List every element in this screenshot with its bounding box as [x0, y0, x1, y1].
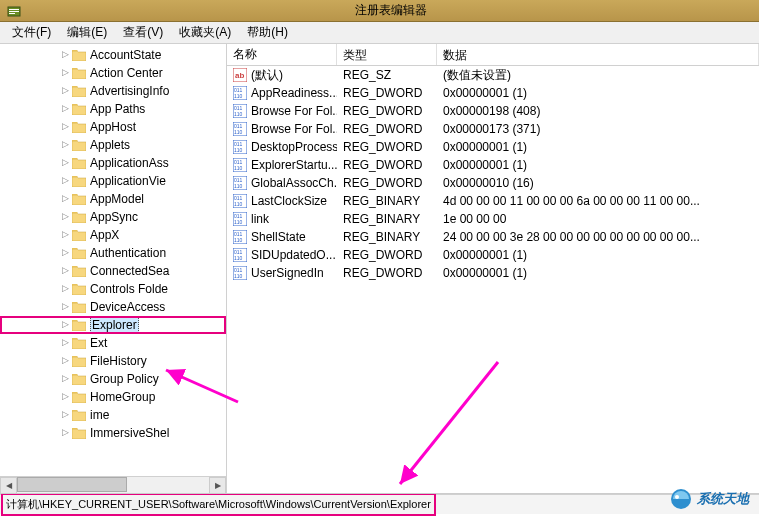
expander-icon[interactable]: ▷ — [60, 176, 70, 186]
svg-text:ab: ab — [235, 71, 244, 80]
folder-icon — [72, 193, 86, 205]
tree-item-connectedsea[interactable]: ▷ConnectedSea — [0, 262, 226, 280]
folder-icon — [72, 409, 86, 421]
tree-item-label: AdvertisingInfo — [90, 84, 169, 98]
folder-icon — [72, 175, 86, 187]
folder-icon — [72, 67, 86, 79]
tree-item-label: ime — [90, 408, 109, 422]
list-body[interactable]: ab(默认)REG_SZ(数值未设置)011110AppReadiness...… — [227, 66, 759, 493]
menu-file[interactable]: 文件(F) — [4, 22, 59, 43]
tree-item-action-center[interactable]: ▷Action Center — [0, 64, 226, 82]
expander-icon[interactable]: ▷ — [60, 428, 70, 438]
tree-item-applicationass[interactable]: ▷ApplicationAss — [0, 154, 226, 172]
watermark-text: 系统天地 — [697, 490, 749, 508]
expander-icon[interactable]: ▷ — [60, 86, 70, 96]
hscroll-thumb[interactable] — [17, 477, 127, 492]
binary-value-icon: 011110 — [233, 140, 247, 154]
hscroll-left-button[interactable]: ◀ — [0, 477, 17, 494]
tree-item-deviceaccess[interactable]: ▷DeviceAccess — [0, 298, 226, 316]
expander-icon[interactable]: ▷ — [60, 302, 70, 312]
expander-icon[interactable]: ▷ — [60, 248, 70, 258]
expander-icon[interactable]: ▷ — [60, 68, 70, 78]
menu-view[interactable]: 查看(V) — [115, 22, 171, 43]
list-row[interactable]: 011110Browse For Fol...REG_DWORD0x000001… — [227, 102, 759, 120]
tree-item-advertisinginfo[interactable]: ▷AdvertisingInfo — [0, 82, 226, 100]
tree-item-ime[interactable]: ▷ime — [0, 406, 226, 424]
header-type[interactable]: 类型 — [337, 44, 437, 65]
tree-item-label: DeviceAccess — [90, 300, 165, 314]
list-row[interactable]: 011110ExplorerStartu...REG_DWORD0x000000… — [227, 156, 759, 174]
tree-item-appx[interactable]: ▷AppX — [0, 226, 226, 244]
tree-item-label: ApplicationVie — [90, 174, 166, 188]
expander-icon[interactable]: ▷ — [60, 194, 70, 204]
svg-text:110: 110 — [234, 165, 243, 171]
hscroll-right-button[interactable]: ▶ — [209, 477, 226, 494]
folder-icon — [72, 301, 86, 313]
app-icon — [6, 3, 22, 19]
list-row[interactable]: 011110DesktopProcessREG_DWORD0x00000001 … — [227, 138, 759, 156]
expander-icon[interactable]: ▷ — [60, 266, 70, 276]
expander-icon[interactable]: ▷ — [60, 284, 70, 294]
tree-item-authentication[interactable]: ▷Authentication — [0, 244, 226, 262]
binary-value-icon: 011110 — [233, 266, 247, 280]
list-row[interactable]: 011110UserSignedInREG_DWORD0x00000001 (1… — [227, 264, 759, 282]
expander-icon[interactable]: ▷ — [60, 374, 70, 384]
binary-value-icon: 011110 — [233, 248, 247, 262]
expander-icon[interactable]: ▷ — [60, 356, 70, 366]
menu-help[interactable]: 帮助(H) — [239, 22, 296, 43]
list-row[interactable]: 011110SIDUpdatedO...REG_DWORD0x00000001 … — [227, 246, 759, 264]
tree-item-explorer[interactable]: ▷Explorer — [0, 316, 226, 334]
tree-item-label: HomeGroup — [90, 390, 155, 404]
status-bar: 计算机\HKEY_CURRENT_USER\Software\Microsoft… — [0, 494, 759, 514]
tree-scroll[interactable]: ▷AccountState▷Action Center▷AdvertisingI… — [0, 44, 226, 476]
list-row[interactable]: ab(默认)REG_SZ(数值未设置) — [227, 66, 759, 84]
expander-icon[interactable]: ▷ — [60, 158, 70, 168]
list-row[interactable]: 011110ShellStateREG_BINARY24 00 00 00 3e… — [227, 228, 759, 246]
expander-icon[interactable]: ▷ — [60, 50, 70, 60]
tree-item-applets[interactable]: ▷Applets — [0, 136, 226, 154]
expander-icon[interactable]: ▷ — [60, 122, 70, 132]
list-row[interactable]: 011110linkREG_BINARY1e 00 00 00 — [227, 210, 759, 228]
list-row[interactable]: 011110AppReadiness...REG_DWORD0x00000001… — [227, 84, 759, 102]
watermark: 系统天地 — [669, 487, 749, 511]
value-type: REG_BINARY — [337, 212, 437, 226]
tree-item-apphost[interactable]: ▷AppHost — [0, 118, 226, 136]
expander-icon[interactable]: ▷ — [60, 104, 70, 114]
folder-icon — [72, 211, 86, 223]
watermark-icon — [669, 487, 693, 511]
status-path: 计算机\HKEY_CURRENT_USER\Software\Microsoft… — [4, 496, 433, 513]
tree-item-applicationvie[interactable]: ▷ApplicationVie — [0, 172, 226, 190]
folder-icon — [72, 427, 86, 439]
menu-edit[interactable]: 编辑(E) — [59, 22, 115, 43]
expander-icon[interactable]: ▷ — [60, 392, 70, 402]
folder-icon — [72, 391, 86, 403]
expander-icon[interactable]: ▷ — [60, 230, 70, 240]
value-type: REG_BINARY — [337, 194, 437, 208]
tree-item-filehistory[interactable]: ▷FileHistory — [0, 352, 226, 370]
tree-item-group-policy[interactable]: ▷Group Policy — [0, 370, 226, 388]
expander-icon[interactable]: ▷ — [60, 212, 70, 222]
expander-icon[interactable]: ▷ — [60, 140, 70, 150]
expander-icon[interactable]: ▷ — [60, 338, 70, 348]
expander-icon[interactable]: ▷ — [60, 320, 70, 330]
menu-favorites[interactable]: 收藏夹(A) — [171, 22, 239, 43]
tree-item-controls-folde[interactable]: ▷Controls Folde — [0, 280, 226, 298]
list-panel: 名称 类型 数据 ab(默认)REG_SZ(数值未设置)011110AppRea… — [227, 44, 759, 493]
tree-item-homegroup[interactable]: ▷HomeGroup — [0, 388, 226, 406]
header-name[interactable]: 名称 — [227, 44, 337, 65]
list-row[interactable]: 011110LastClockSizeREG_BINARY4d 00 00 00… — [227, 192, 759, 210]
tree-item-immersiveshel[interactable]: ▷ImmersiveShel — [0, 424, 226, 442]
tree-item-ext[interactable]: ▷Ext — [0, 334, 226, 352]
header-data[interactable]: 数据 — [437, 44, 759, 65]
tree-item-app-paths[interactable]: ▷App Paths — [0, 100, 226, 118]
svg-text:110: 110 — [234, 237, 243, 243]
tree-item-appsync[interactable]: ▷AppSync — [0, 208, 226, 226]
expander-icon[interactable]: ▷ — [60, 410, 70, 420]
value-data: (数值未设置) — [437, 67, 759, 84]
list-row[interactable]: 011110Browse For Fol...REG_DWORD0x000001… — [227, 120, 759, 138]
hscroll-track[interactable] — [17, 477, 209, 494]
tree-item-accountstate[interactable]: ▷AccountState — [0, 46, 226, 64]
list-row[interactable]: 011110GlobalAssocCh...REG_DWORD0x0000001… — [227, 174, 759, 192]
tree-item-appmodel[interactable]: ▷AppModel — [0, 190, 226, 208]
value-data: 0x00000001 (1) — [437, 266, 759, 280]
